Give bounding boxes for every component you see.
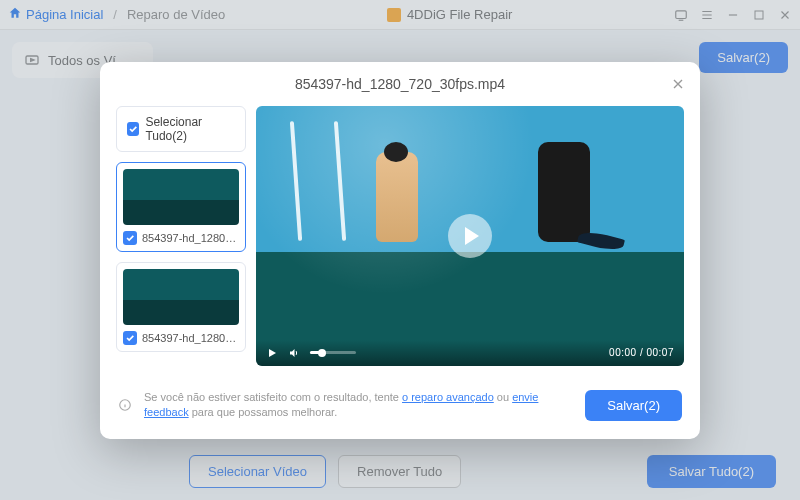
video-preview-panel: 00:00 / 00:07 (256, 106, 684, 366)
file-item-1[interactable]: 854397-hd_1280_7... (116, 162, 246, 252)
video-player[interactable]: 00:00 / 00:07 (256, 106, 684, 366)
modal-header: 854397-hd_1280_720_30fps.mp4 (100, 62, 700, 106)
file-list-panel: Selecionar Tudo(2) 854397-hd_1280_7... 8… (116, 106, 246, 366)
info-icon (118, 398, 132, 412)
volume-slider[interactable] (310, 351, 356, 354)
preview-modal: 854397-hd_1280_720_30fps.mp4 Selecionar … (100, 62, 700, 439)
select-all-label: Selecionar Tudo(2) (145, 115, 235, 143)
time-display: 00:00 / 00:07 (609, 347, 674, 358)
thumbnail-image (123, 269, 239, 325)
file-name: 854397-hd_1280_7... (142, 332, 239, 344)
file-item-2[interactable]: 854397-hd_1280_7... (116, 262, 246, 352)
modal-close-icon[interactable] (670, 76, 686, 92)
modal-body: Selecionar Tudo(2) 854397-hd_1280_7... 8… (100, 106, 700, 378)
video-frame-decor (376, 152, 418, 242)
checkbox-icon[interactable] (123, 231, 137, 245)
modal-save-button[interactable]: Salvar(2) (585, 390, 682, 421)
modal-footer: Se você não estiver satisfeito com o res… (100, 378, 700, 439)
select-all-checkbox[interactable]: Selecionar Tudo(2) (116, 106, 246, 152)
modal-overlay: 854397-hd_1280_720_30fps.mp4 Selecionar … (0, 0, 800, 500)
checkbox-icon (127, 122, 139, 136)
footer-info-text: Se você não estiver satisfeito com o res… (144, 390, 573, 421)
video-controls: 00:00 / 00:07 (256, 340, 684, 366)
video-frame-decor (538, 142, 590, 242)
checkbox-icon[interactable] (123, 331, 137, 345)
advanced-repair-link[interactable]: o reparo avançado (402, 391, 494, 403)
modal-title: 854397-hd_1280_720_30fps.mp4 (295, 76, 505, 92)
play-button[interactable] (448, 214, 492, 258)
file-name: 854397-hd_1280_7... (142, 232, 239, 244)
play-icon[interactable] (266, 347, 278, 359)
video-frame-decor (282, 121, 362, 241)
volume-icon[interactable] (288, 347, 300, 359)
thumbnail-image (123, 169, 239, 225)
